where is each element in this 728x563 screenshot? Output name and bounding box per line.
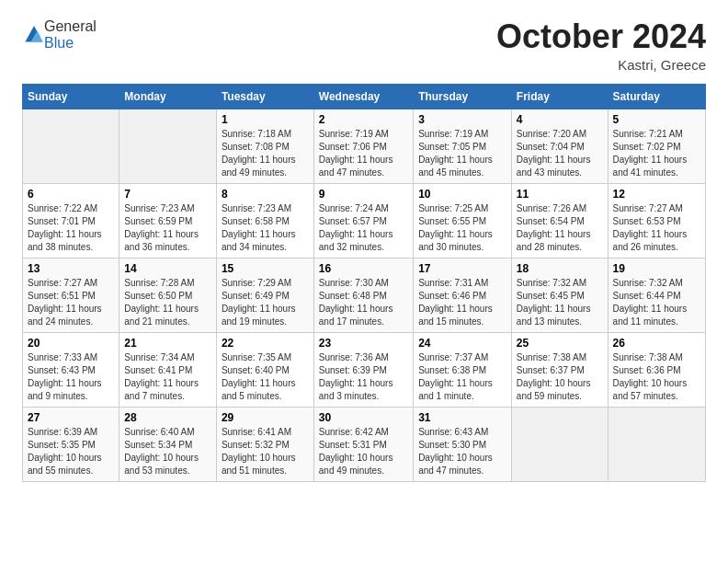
day-info: Sunrise: 7:21 AM Sunset: 7:02 PM Dayligh…: [613, 128, 700, 179]
calendar-week-row: 20Sunrise: 7:33 AM Sunset: 6:43 PM Dayli…: [23, 332, 706, 407]
day-number: 11: [517, 188, 603, 201]
table-row: 14Sunrise: 7:28 AM Sunset: 6:50 PM Dayli…: [119, 258, 217, 332]
day-number: 9: [319, 188, 408, 201]
day-info: Sunrise: 7:23 AM Sunset: 6:58 PM Dayligh…: [222, 202, 309, 254]
day-number: 26: [613, 337, 700, 350]
day-info: Sunrise: 7:38 AM Sunset: 6:36 PM Dayligh…: [613, 351, 700, 403]
table-row: 8Sunrise: 7:23 AM Sunset: 6:58 PM Daylig…: [216, 183, 313, 258]
day-info: Sunrise: 7:30 AM Sunset: 6:48 PM Dayligh…: [319, 277, 408, 328]
day-info: Sunrise: 6:43 AM Sunset: 5:30 PM Dayligh…: [418, 426, 506, 477]
month-title: October 2024: [496, 18, 706, 55]
table-row: 31Sunrise: 6:43 AM Sunset: 5:30 PM Dayli…: [414, 407, 512, 481]
table-row: 23Sunrise: 7:36 AM Sunset: 6:39 PM Dayli…: [313, 332, 413, 407]
table-row: 2Sunrise: 7:19 AM Sunset: 7:06 PM Daylig…: [313, 109, 413, 183]
day-number: 3: [418, 113, 506, 126]
logo-text: General Blue: [44, 18, 97, 52]
table-row: 6Sunrise: 7:22 AM Sunset: 7:01 PM Daylig…: [23, 183, 119, 258]
calendar-week-row: 13Sunrise: 7:27 AM Sunset: 6:51 PM Dayli…: [23, 258, 706, 332]
table-row: 11Sunrise: 7:26 AM Sunset: 6:54 PM Dayli…: [511, 183, 608, 258]
table-row: 18Sunrise: 7:32 AM Sunset: 6:45 PM Dayli…: [511, 258, 608, 332]
day-number: 10: [418, 188, 506, 201]
calendar-week-row: 27Sunrise: 6:39 AM Sunset: 5:35 PM Dayli…: [23, 407, 706, 481]
day-info: Sunrise: 7:18 AM Sunset: 7:08 PM Dayligh…: [222, 128, 309, 179]
table-row: [23, 109, 119, 183]
day-info: Sunrise: 7:23 AM Sunset: 6:59 PM Dayligh…: [124, 202, 211, 254]
day-info: Sunrise: 7:33 AM Sunset: 6:43 PM Dayligh…: [28, 351, 114, 403]
calendar-table: Sunday Monday Tuesday Wednesday Thursday…: [22, 84, 706, 482]
day-info: Sunrise: 7:37 AM Sunset: 6:38 PM Dayligh…: [418, 351, 506, 403]
day-info: Sunrise: 6:39 AM Sunset: 5:35 PM Dayligh…: [28, 426, 114, 477]
table-row: 26Sunrise: 7:38 AM Sunset: 6:36 PM Dayli…: [608, 332, 705, 407]
day-number: 18: [517, 262, 603, 275]
day-number: 30: [319, 411, 408, 424]
day-number: 14: [124, 262, 211, 275]
table-row: [119, 109, 217, 183]
col-tuesday: Tuesday: [216, 84, 313, 109]
day-info: Sunrise: 6:42 AM Sunset: 5:31 PM Dayligh…: [319, 426, 408, 477]
day-number: 16: [319, 262, 408, 275]
table-row: 4Sunrise: 7:20 AM Sunset: 7:04 PM Daylig…: [511, 109, 608, 183]
day-info: Sunrise: 7:24 AM Sunset: 6:57 PM Dayligh…: [319, 202, 408, 254]
title-block: October 2024 Kastri, Greece: [496, 18, 706, 73]
day-number: 25: [517, 337, 603, 350]
day-info: Sunrise: 7:35 AM Sunset: 6:40 PM Dayligh…: [222, 351, 309, 403]
day-info: Sunrise: 7:32 AM Sunset: 6:45 PM Dayligh…: [517, 277, 603, 328]
col-friday: Friday: [511, 84, 608, 109]
table-row: 21Sunrise: 7:34 AM Sunset: 6:41 PM Dayli…: [119, 332, 217, 407]
day-info: Sunrise: 7:29 AM Sunset: 6:49 PM Dayligh…: [222, 277, 309, 328]
day-info: Sunrise: 7:19 AM Sunset: 7:06 PM Dayligh…: [319, 128, 408, 179]
day-info: Sunrise: 7:36 AM Sunset: 6:39 PM Dayligh…: [319, 351, 408, 403]
day-number: 20: [28, 337, 114, 350]
day-number: 1: [222, 113, 309, 126]
col-thursday: Thursday: [414, 84, 512, 109]
day-info: Sunrise: 7:38 AM Sunset: 6:37 PM Dayligh…: [517, 351, 603, 403]
calendar-week-row: 6Sunrise: 7:22 AM Sunset: 7:01 PM Daylig…: [23, 183, 706, 258]
day-number: 19: [613, 262, 700, 275]
table-row: 22Sunrise: 7:35 AM Sunset: 6:40 PM Dayli…: [216, 332, 313, 407]
table-row: 13Sunrise: 7:27 AM Sunset: 6:51 PM Dayli…: [23, 258, 119, 332]
day-info: Sunrise: 7:20 AM Sunset: 7:04 PM Dayligh…: [517, 128, 603, 179]
day-number: 15: [222, 262, 309, 275]
day-info: Sunrise: 7:34 AM Sunset: 6:41 PM Dayligh…: [124, 351, 211, 403]
day-info: Sunrise: 7:32 AM Sunset: 6:44 PM Dayligh…: [613, 277, 700, 328]
day-info: Sunrise: 7:26 AM Sunset: 6:54 PM Dayligh…: [517, 202, 603, 254]
table-row: 3Sunrise: 7:19 AM Sunset: 7:05 PM Daylig…: [414, 109, 512, 183]
day-info: Sunrise: 7:28 AM Sunset: 6:50 PM Dayligh…: [124, 277, 211, 328]
calendar-week-row: 1Sunrise: 7:18 AM Sunset: 7:08 PM Daylig…: [23, 109, 706, 183]
day-number: 23: [319, 337, 408, 350]
day-number: 8: [222, 188, 309, 201]
day-number: 12: [613, 188, 700, 201]
table-row: 27Sunrise: 6:39 AM Sunset: 5:35 PM Dayli…: [23, 407, 119, 481]
day-number: 28: [124, 411, 211, 424]
page: General Blue October 2024 Kastri, Greece…: [0, 0, 728, 563]
day-number: 21: [124, 337, 211, 350]
logo: General Blue: [22, 18, 97, 52]
table-row: 19Sunrise: 7:32 AM Sunset: 6:44 PM Dayli…: [608, 258, 705, 332]
day-number: 17: [418, 262, 506, 275]
col-monday: Monday: [119, 84, 217, 109]
table-row: 29Sunrise: 6:41 AM Sunset: 5:32 PM Dayli…: [216, 407, 313, 481]
calendar-header-row: Sunday Monday Tuesday Wednesday Thursday…: [23, 84, 706, 109]
table-row: [511, 407, 608, 481]
col-sunday: Sunday: [23, 84, 119, 109]
table-row: 12Sunrise: 7:27 AM Sunset: 6:53 PM Dayli…: [608, 183, 705, 258]
day-number: 6: [28, 188, 114, 201]
day-info: Sunrise: 7:22 AM Sunset: 7:01 PM Dayligh…: [28, 202, 114, 254]
day-number: 31: [418, 411, 506, 424]
day-number: 4: [517, 113, 603, 126]
day-info: Sunrise: 6:40 AM Sunset: 5:34 PM Dayligh…: [124, 426, 211, 477]
table-row: 7Sunrise: 7:23 AM Sunset: 6:59 PM Daylig…: [119, 183, 217, 258]
day-info: Sunrise: 7:27 AM Sunset: 6:51 PM Dayligh…: [28, 277, 114, 328]
table-row: 24Sunrise: 7:37 AM Sunset: 6:38 PM Dayli…: [414, 332, 512, 407]
table-row: 25Sunrise: 7:38 AM Sunset: 6:37 PM Dayli…: [511, 332, 608, 407]
table-row: 5Sunrise: 7:21 AM Sunset: 7:02 PM Daylig…: [608, 109, 705, 183]
col-wednesday: Wednesday: [313, 84, 413, 109]
day-number: 29: [222, 411, 309, 424]
table-row: [608, 407, 705, 481]
header: General Blue October 2024 Kastri, Greece: [22, 18, 706, 73]
table-row: 1Sunrise: 7:18 AM Sunset: 7:08 PM Daylig…: [216, 109, 313, 183]
day-info: Sunrise: 7:19 AM Sunset: 7:05 PM Dayligh…: [418, 128, 506, 179]
table-row: 28Sunrise: 6:40 AM Sunset: 5:34 PM Dayli…: [119, 407, 217, 481]
day-number: 2: [319, 113, 408, 126]
table-row: 10Sunrise: 7:25 AM Sunset: 6:55 PM Dayli…: [414, 183, 512, 258]
